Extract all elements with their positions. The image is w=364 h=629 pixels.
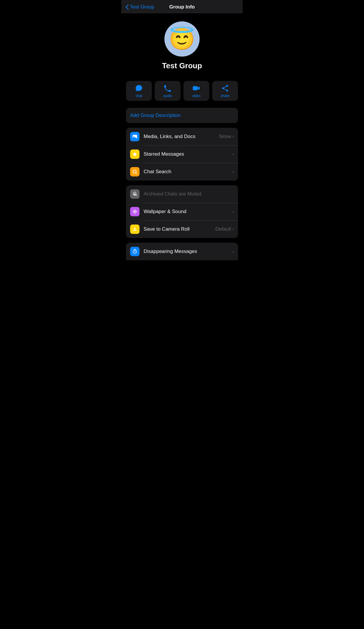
svg-point-13 [135,210,136,211]
back-label: Test Group [130,4,154,10]
download-icon [130,225,140,234]
chat-search-row[interactable]: Chat Search › [126,163,238,181]
disappearing-right: › [232,249,234,254]
search-right: › [232,169,234,174]
bell-slash-icon [130,189,140,199]
mute-row[interactable]: Archived Chats are Muted [126,185,238,203]
chat-icon [135,84,143,92]
starred-messages-row[interactable]: Starred Messages › [126,145,238,163]
phone-icon [164,84,171,92]
media-links-docs-row[interactable]: Media, Links, and Docs None › [126,128,238,145]
svg-point-7 [134,211,136,212]
chat-search-label: Chat Search [144,169,232,175]
svg-point-10 [133,211,134,212]
action-buttons-row: chat audio video share [121,76,243,103]
description-section: Add Group Description [126,108,238,123]
wallpaper-label: Wallpaper & Sound [144,209,232,215]
disappearing-chevron: › [232,249,234,254]
audio-label: audio [163,94,172,98]
photo-icon [130,132,140,141]
share-button[interactable]: share [212,81,238,101]
share-label: share [221,94,229,98]
svg-point-6 [133,170,136,173]
wallpaper-sound-row[interactable]: Wallpaper & Sound › [126,203,238,220]
starred-right: › [232,152,234,157]
svg-point-8 [134,210,135,211]
search-icon [130,167,140,176]
avatar[interactable]: 😇 [164,21,200,57]
wallpaper-right: › [232,209,234,214]
camera-roll-label: Save to Camera Roll [144,226,215,232]
save-camera-roll-row[interactable]: Save to Camera Roll Default › [126,220,238,238]
media-right: None › [219,134,234,140]
media-chevron: › [232,134,234,139]
share-icon [221,84,229,92]
page-title: Group Info [169,4,195,10]
svg-point-3 [222,87,224,89]
camera-roll-right: Default › [215,226,234,232]
media-section: Media, Links, and Docs None › Starred Me… [126,128,238,181]
chat-button[interactable]: chat [126,81,152,101]
add-description-label: Add Group Description [130,113,181,118]
profile-section: 😇 Test Group [121,13,243,76]
svg-point-5 [134,136,135,137]
settings-section: Archived Chats are Muted Wallpaper & Sou… [126,185,238,238]
svg-point-1 [226,85,228,87]
svg-point-12 [133,210,134,211]
video-button[interactable]: video [183,81,209,101]
search-chevron: › [232,169,234,174]
camera-roll-chevron: › [232,227,234,232]
mute-label: Archived Chats are Muted [144,191,234,197]
media-label: Media, Links, and Docs [144,134,219,140]
star-icon [130,149,140,159]
svg-rect-16 [133,230,137,231]
video-label: video [192,94,201,98]
starred-chevron: › [232,152,234,157]
timer-icon [130,247,140,256]
svg-point-15 [135,212,136,213]
back-button[interactable]: Test Group [125,4,154,10]
group-name: Test Group [162,61,202,70]
svg-point-14 [133,212,134,213]
header: Test Group Group Info [121,0,243,13]
svg-rect-0 [193,86,198,90]
svg-point-2 [226,90,228,91]
disappearing-messages-row[interactable]: Disappearing Messages › [126,243,238,260]
avatar-emoji: 😇 [169,27,195,52]
flower-icon [130,207,140,216]
svg-point-9 [134,212,135,214]
wallpaper-chevron: › [232,209,234,214]
disappearing-label: Disappearing Messages [144,249,232,254]
add-description-row[interactable]: Add Group Description [126,108,238,123]
video-icon [193,84,200,92]
disappearing-section: Disappearing Messages › [126,243,238,260]
audio-button[interactable]: audio [155,81,181,101]
svg-point-11 [136,211,137,212]
starred-label: Starred Messages [144,151,232,157]
chat-label: chat [136,94,142,98]
